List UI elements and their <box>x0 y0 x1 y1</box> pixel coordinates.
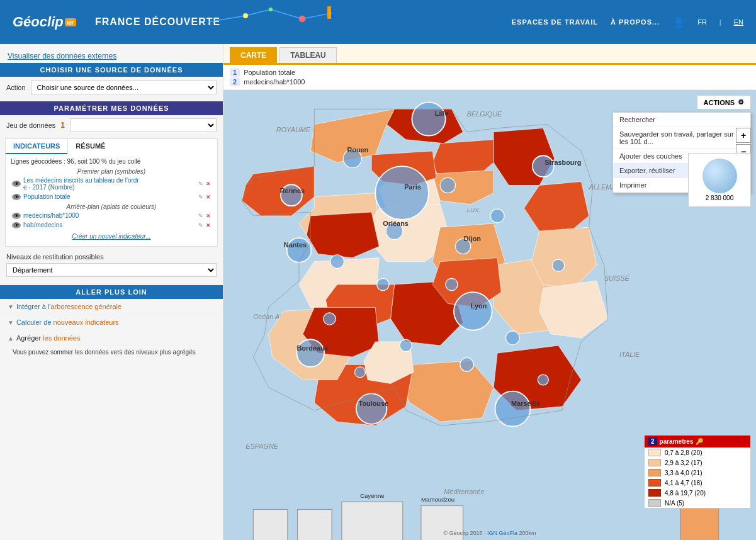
aller-title: ALLER PLUS LOIN <box>0 285 223 299</box>
del-icon-hm[interactable]: ✕ <box>206 222 211 228</box>
ign-link[interactable]: IGN GéoFla <box>487 530 517 536</box>
map-container[interactable]: ROYAUME UNI BELGIQUE ALLEMAGNE SUISSE IT… <box>223 90 756 540</box>
indicators-box: INDICATEURS RÉSUMÉ Lignes géocodées : 96… <box>5 138 218 247</box>
tab-indicateurs[interactable]: INDICATEURS <box>6 139 67 154</box>
svg-point-50 <box>356 393 386 424</box>
svg-line-1 <box>245 9 271 16</box>
tab-carte[interactable]: CARTE <box>230 47 277 63</box>
action-sauvegarder[interactable]: Sauvegarder son travail, partager sur le… <box>613 127 750 149</box>
svg-text:Marseille: Marseille <box>511 400 541 407</box>
chevron-agreger: ▲ <box>8 335 14 342</box>
svg-point-63 <box>324 313 336 325</box>
apropos-link[interactable]: À PROPOS... <box>611 18 660 26</box>
svg-text:BELGIQUE: BELGIQUE <box>467 110 502 118</box>
svg-text:Orléans: Orléans <box>383 220 409 227</box>
svg-point-64 <box>355 367 366 378</box>
tab-resume[interactable]: RÉSUMÉ <box>67 139 113 154</box>
svg-point-47 <box>375 166 429 220</box>
ind-num-1: 1 <box>230 68 240 77</box>
ind-label-2: medecins/hab*1000 <box>244 78 305 86</box>
map-copyright: © Géoclip 2016 · IGN GéoFla 200km <box>443 530 536 536</box>
dataset-select[interactable] <box>70 118 217 132</box>
ind-label-1: Population totale <box>244 69 295 76</box>
svg-rect-82 <box>253 510 288 540</box>
svg-rect-8 <box>332 11 334 19</box>
actions-button[interactable]: ACTIONS ⚙ <box>697 95 752 110</box>
edit-icon-population[interactable]: ✎ <box>198 194 203 200</box>
svg-point-62 <box>460 357 474 371</box>
svg-text:Mamoudzou: Mamoudzou <box>421 496 454 503</box>
legend-color-5 <box>648 499 661 507</box>
svg-rect-85 <box>298 510 332 540</box>
ind-line-2: 2 medecins/hab*1000 <box>230 77 750 86</box>
legend-color-0 <box>648 449 661 456</box>
user-icon[interactable]: 👤 <box>672 16 685 28</box>
legend-label-5: N/A (5) <box>665 500 684 507</box>
edit-icon-mh[interactable]: ✎ <box>198 213 203 219</box>
svg-text:LUX.: LUX. <box>467 206 481 213</box>
dataset-label: Jeu de données <box>6 121 55 129</box>
tab-tableau[interactable]: TABLEAU <box>279 47 336 63</box>
ind-item-medecins: 👁 Les médecins inscrits au tableau de l'… <box>11 176 212 191</box>
bubble-large <box>702 159 737 193</box>
zoom-in-button[interactable]: + <box>736 128 751 143</box>
svg-text:Nantes: Nantes <box>284 241 307 249</box>
restitution-row: Niveaux de restitution possibles Départe… <box>0 250 223 280</box>
aller-item-arborescence[interactable]: ▼ Intégrer à l'arborescence générale <box>0 299 223 315</box>
action-rechercher[interactable]: Rechercher <box>613 113 750 127</box>
legend-item-5: N/A (5) <box>645 498 750 508</box>
action-row: Action Choisir une source de données... <box>0 77 223 98</box>
eye-icon-mh[interactable]: 👁 <box>12 213 21 219</box>
chevron-arborescence: ▼ <box>8 303 14 310</box>
action-label: Action <box>6 84 26 91</box>
svg-rect-88 <box>342 502 403 540</box>
espaces-link[interactable]: ESPACES DE TRAVAIL <box>512 18 598 26</box>
svg-text:Méditerranée: Méditerranée <box>444 488 484 495</box>
logo-air: air <box>65 18 76 26</box>
aller-item-calculer[interactable]: ▼ Calculer de nouveaux indicateurs <box>0 315 223 330</box>
viz-external-link[interactable]: Visualiser des données externes <box>0 49 223 63</box>
create-indicator-link[interactable]: Créer un nouvel indicateur... <box>11 230 212 242</box>
edit-icon-medecins[interactable]: ✎ <box>198 181 203 187</box>
lang-fr[interactable]: FR <box>697 18 707 26</box>
aller-item-agreger[interactable]: ▲ Agréger les données <box>0 330 223 346</box>
logo-text: Géoclip <box>13 14 64 30</box>
param-title: PARAMÉTRER MES DONNÉES <box>0 101 223 115</box>
legend-label-1: 2,9 à 3,2 (17) <box>665 459 702 466</box>
eye-icon-medecins[interactable]: 👁 <box>12 181 21 187</box>
legend-title: parametres <box>660 438 694 445</box>
svg-point-46 <box>412 102 445 135</box>
hab-medecins-text: hab/medecins <box>23 222 196 228</box>
svg-text:Lille: Lille <box>435 110 449 117</box>
svg-point-51 <box>296 339 324 367</box>
legend-key-icon: 🔑 <box>696 438 703 445</box>
edit-icon-hm[interactable]: ✎ <box>198 222 203 228</box>
ind-body: Lignes géocodées : 96, soit 100 % du jeu… <box>6 154 217 246</box>
legend-label-0: 0,7 à 2,8 (20) <box>665 449 702 456</box>
svg-marker-42 <box>307 212 379 258</box>
svg-text:Lyon: Lyon <box>471 302 487 310</box>
del-icon-mh[interactable]: ✕ <box>206 213 211 219</box>
eye-icon-hm[interactable]: 👁 <box>12 222 21 228</box>
svg-text:Cayenne: Cayenne <box>360 492 385 499</box>
lang-sep: | <box>719 18 721 26</box>
svg-rect-7 <box>327 6 331 19</box>
arriere-plan-label: Arrière-plan (aplats de couleurs) <box>11 203 212 210</box>
svg-point-60 <box>446 278 458 290</box>
lang-en[interactable]: EN <box>734 18 743 26</box>
legend-box: 2 parametres 🔑 0,7 à 2,8 (20) 2,9 à 3,2 … <box>644 435 751 509</box>
eye-icon-population[interactable]: 👁 <box>12 194 21 200</box>
right-content: CARTE TABLEAU 1 Population totale 2 mede… <box>223 44 756 540</box>
legend-item-3: 4,1 à 4,7 (18) <box>645 478 750 488</box>
legend-color-3 <box>648 479 661 487</box>
source-select[interactable]: Choisir une source de données... <box>31 81 217 94</box>
del-icon-population[interactable]: ✕ <box>206 194 211 200</box>
svg-text:Dijon: Dijon <box>464 235 481 242</box>
logo[interactable]: Géoclipair <box>13 14 76 30</box>
main-layout: Visualiser des données externes CHOISIR … <box>0 44 756 540</box>
del-icon-medecins[interactable]: ✕ <box>206 181 211 187</box>
actions-label: ACTIONS <box>704 99 735 106</box>
legend-num: 2 <box>648 437 657 446</box>
svg-text:Bordeaux: Bordeaux <box>296 344 328 352</box>
restitution-select[interactable]: Département <box>6 263 217 277</box>
